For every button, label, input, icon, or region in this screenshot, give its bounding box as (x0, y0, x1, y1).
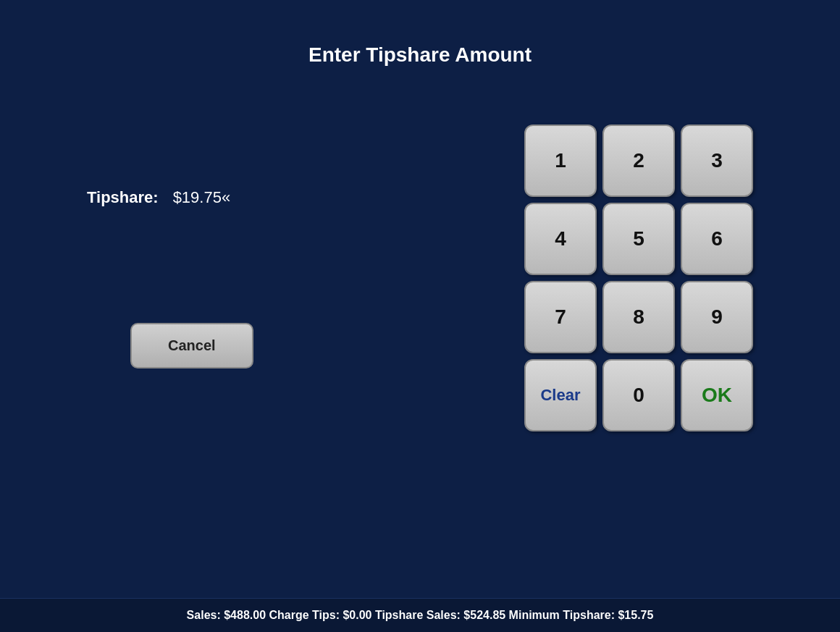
numpad-4[interactable]: 4 (524, 203, 597, 275)
numpad-6[interactable]: 6 (681, 203, 753, 275)
numpad: 1 2 3 4 5 6 7 8 9 Clear 0 OK (524, 125, 753, 431)
tipshare-row: Tipshare: $19.75« (87, 188, 230, 207)
numpad-0[interactable]: 0 (602, 359, 675, 431)
main-content: Tipshare: $19.75« Cancel 1 2 3 4 5 6 7 8… (0, 125, 840, 431)
cancel-button[interactable]: Cancel (130, 323, 253, 368)
left-section: Tipshare: $19.75« Cancel (87, 188, 253, 368)
numpad-9[interactable]: 9 (681, 281, 753, 353)
tipshare-label: Tipshare: (87, 188, 159, 207)
numpad-3[interactable]: 3 (681, 125, 753, 197)
numpad-8[interactable]: 8 (602, 281, 675, 353)
numpad-2[interactable]: 2 (602, 125, 675, 197)
numpad-7[interactable]: 7 (524, 281, 597, 353)
numpad-5[interactable]: 5 (602, 203, 675, 275)
tipshare-value: $19.75« (173, 188, 231, 207)
status-bar: Sales: $488.00 Charge Tips: $0.00 Tipsha… (0, 598, 840, 632)
numpad-clear[interactable]: Clear (524, 359, 597, 431)
numpad-1[interactable]: 1 (524, 125, 597, 197)
page-title: Enter Tipshare Amount (0, 0, 840, 67)
numpad-ok[interactable]: OK (681, 359, 753, 431)
